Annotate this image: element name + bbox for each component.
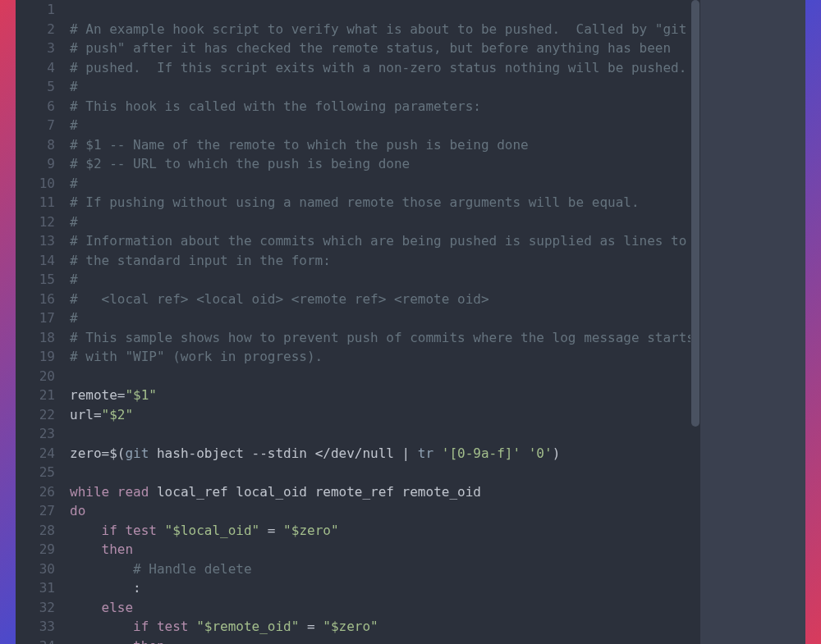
code-line[interactable]: # If pushing without using a named remot… xyxy=(70,193,699,212)
code-line[interactable]: # An example hook script to verify what … xyxy=(70,20,699,39)
line-number: 32 xyxy=(16,598,62,618)
code-token: # This sample shows how to prevent push … xyxy=(70,330,695,345)
code-line[interactable] xyxy=(70,0,699,20)
line-number: 9 xyxy=(16,154,62,174)
code-token: # Information about the commits which ar… xyxy=(70,233,686,249)
line-number: 27 xyxy=(16,501,62,521)
code-token: test xyxy=(125,523,157,538)
code-line[interactable]: # xyxy=(70,77,699,97)
line-number: 28 xyxy=(16,521,62,541)
line-number: 6 xyxy=(16,97,62,116)
code-token: "$zero" xyxy=(283,523,338,538)
code-token: tr xyxy=(418,445,433,461)
line-number: 24 xyxy=(16,444,62,464)
code-line[interactable]: # xyxy=(70,116,699,135)
code-line[interactable]: do xyxy=(70,501,699,521)
code-token: # If pushing without using a named remot… xyxy=(70,194,640,210)
code-token: # This hook is called with the following… xyxy=(70,98,481,114)
code-token: remote= xyxy=(70,387,125,403)
line-number: 16 xyxy=(16,290,62,309)
code-token: # with "WIP" (work in progress). xyxy=(70,349,323,364)
code-line[interactable]: url="$2" xyxy=(70,405,699,425)
code-line[interactable]: while read local_ref local_oid remote_re… xyxy=(70,482,699,502)
code-line[interactable]: if test "$remote_oid" = "$zero" xyxy=(70,617,699,637)
line-number: 19 xyxy=(16,347,62,367)
code-line[interactable]: # push" after it has checked the remote … xyxy=(70,39,699,58)
line-number: 5 xyxy=(16,77,62,97)
line-number: 8 xyxy=(16,135,62,155)
code-token: # xyxy=(70,310,78,326)
code-line[interactable]: # xyxy=(70,308,699,328)
code-line[interactable] xyxy=(70,367,699,386)
code-token xyxy=(70,638,133,645)
code-token xyxy=(521,445,529,461)
scrollbar-thumb[interactable] xyxy=(691,0,699,427)
code-token: # $2 -- URL to which the push is being d… xyxy=(70,156,410,171)
line-number: 23 xyxy=(16,424,62,444)
code-line[interactable]: if test "$local_oid" = "$zero" xyxy=(70,521,699,541)
code-line[interactable]: # $2 -- URL to which the push is being d… xyxy=(70,154,699,174)
code-line[interactable]: then xyxy=(70,637,699,645)
code-line[interactable]: # $1 -- Name of the remote to which the … xyxy=(70,135,699,155)
code-area[interactable]: 1234567891011121314151617181920212223242… xyxy=(16,0,700,644)
code-line[interactable]: zero=$(git hash-object --stdin </dev/nul… xyxy=(70,444,699,464)
code-line[interactable]: : xyxy=(70,578,699,598)
code-token xyxy=(70,541,102,557)
code-token: "$zero" xyxy=(323,619,378,634)
code-line[interactable]: # with "WIP" (work in progress). xyxy=(70,347,699,367)
line-number: 15 xyxy=(16,270,62,290)
code-line[interactable]: # xyxy=(70,270,699,290)
code-line[interactable]: # This hook is called with the following… xyxy=(70,97,699,116)
line-number: 21 xyxy=(16,386,62,405)
code-token xyxy=(70,523,102,538)
code-token: test xyxy=(157,619,189,634)
line-number: 10 xyxy=(16,174,62,194)
vertical-scrollbar[interactable] xyxy=(690,0,700,644)
right-side-panel xyxy=(700,0,805,644)
line-number: 31 xyxy=(16,578,62,598)
line-number: 18 xyxy=(16,328,62,348)
code-line[interactable]: # the standard input in the form: xyxy=(70,251,699,271)
code-token: git xyxy=(125,445,149,461)
code-line[interactable] xyxy=(70,424,699,444)
line-number: 3 xyxy=(16,39,62,58)
editor-window: 1234567891011121314151617181920212223242… xyxy=(16,0,805,644)
line-number: 25 xyxy=(16,463,62,482)
code-token xyxy=(149,619,157,634)
code-token: "$local_oid" xyxy=(165,523,260,538)
code-line[interactable]: # xyxy=(70,174,699,194)
code-line[interactable]: # pushed. If this script exits with a no… xyxy=(70,58,699,78)
code-line[interactable]: # xyxy=(70,212,699,232)
code-token: "$remote_oid" xyxy=(196,619,299,634)
line-number: 26 xyxy=(16,482,62,502)
code-line[interactable]: # This sample shows how to prevent push … xyxy=(70,328,699,348)
code-token: # An example hook script to verify what … xyxy=(70,21,686,37)
code-token: = xyxy=(299,619,323,634)
line-number: 20 xyxy=(16,367,62,386)
line-number: 33 xyxy=(16,617,62,637)
code-line[interactable]: else xyxy=(70,598,699,618)
code-line[interactable]: then xyxy=(70,540,699,560)
code-token: hash-object --stdin </dev/null | xyxy=(149,445,418,461)
code-token: while xyxy=(70,484,109,500)
line-number-gutter: 1234567891011121314151617181920212223242… xyxy=(16,0,62,644)
code-token: url= xyxy=(70,407,102,422)
code-line[interactable]: # Information about the commits which ar… xyxy=(70,231,699,251)
code-token xyxy=(117,523,126,538)
code-token: then xyxy=(133,638,165,645)
code-token: '0' xyxy=(529,445,553,461)
code-token: if xyxy=(102,523,117,538)
line-number: 13 xyxy=(16,231,62,251)
code-token: # Handle delete xyxy=(133,561,252,577)
code-line[interactable]: remote="$1" xyxy=(70,386,699,405)
code-token: zero=$( xyxy=(70,445,125,461)
code-line[interactable]: # <local ref> <local oid> <remote ref> <… xyxy=(70,290,699,309)
code-body[interactable]: # An example hook script to verify what … xyxy=(62,0,699,644)
code-line[interactable] xyxy=(70,463,699,482)
code-line[interactable]: # Handle delete xyxy=(70,560,699,579)
code-token: # xyxy=(70,272,78,287)
line-number: 34 xyxy=(16,637,62,645)
code-token: # $1 -- Name of the remote to which the … xyxy=(70,137,529,153)
code-token: # xyxy=(70,214,78,230)
line-number: 12 xyxy=(16,212,62,232)
